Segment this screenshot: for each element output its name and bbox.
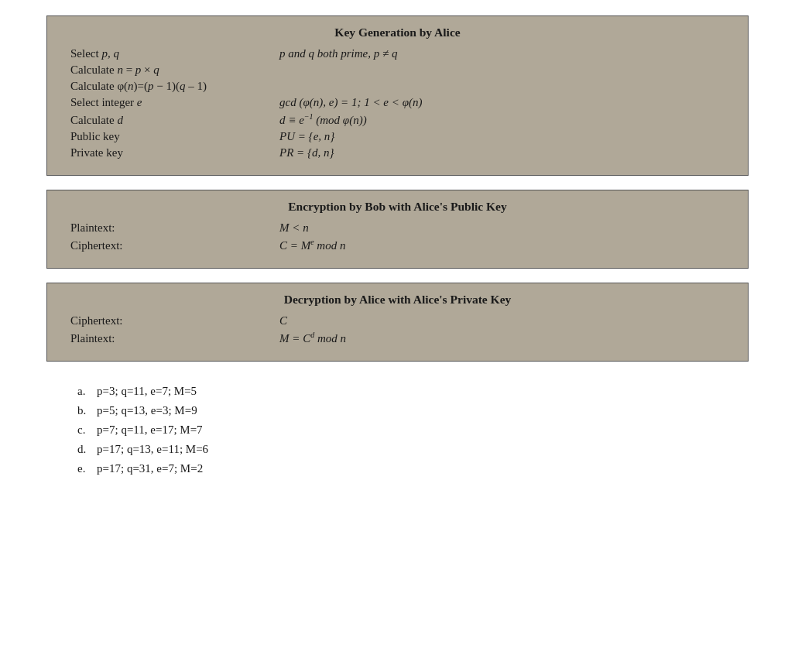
- key-gen-row-4: Select integer e gcd (φ(n), e) = 1; 1 < …: [63, 96, 732, 109]
- key-gen-left-1: Select p, q: [63, 47, 279, 60]
- key-gen-row-7: Private key PR = {d, n}: [63, 146, 732, 159]
- problem-label-b: b.: [77, 404, 97, 417]
- encryption-title: Encryption by Bob with Alice's Public Ke…: [63, 200, 732, 214]
- problem-item-a: a. p=3; q=11, e=7; M=5: [77, 385, 749, 398]
- decryption-right-1: C: [279, 314, 732, 327]
- key-gen-left-4: Select integer e: [63, 96, 279, 109]
- decryption-box: Decryption by Alice with Alice's Private…: [46, 283, 749, 362]
- key-gen-full-3: Calculate φ(n)=(p − 1)(q – 1): [63, 80, 207, 93]
- key-gen-row-3: Calculate φ(n)=(p − 1)(q – 1): [63, 80, 732, 93]
- problem-label-c: c.: [77, 423, 97, 437]
- decryption-title: Decryption by Alice with Alice's Private…: [63, 293, 732, 307]
- problem-label-e: e.: [77, 462, 97, 475]
- decryption-row-2: Plaintext: M = Cd mod n: [63, 331, 732, 345]
- key-generation-title: Key Generation by Alice: [63, 26, 732, 39]
- encryption-left-2: Ciphertext:: [63, 239, 279, 252]
- key-gen-row-1: Select p, q p and q both prime, p ≠ q: [63, 47, 732, 60]
- problem-item-d: d. p=17; q=13, e=11; M=6: [77, 443, 749, 456]
- key-gen-row-2: Calculate n = p × q: [63, 63, 732, 77]
- problem-value-d: p=17; q=13, e=11; M=6: [97, 443, 208, 456]
- encryption-right-2: C = Me mod n: [279, 238, 732, 252]
- problem-item-c: c. p=7; q=11, e=17; M=7: [77, 423, 749, 437]
- decryption-row-1: Ciphertext: C: [63, 314, 732, 327]
- problem-value-e: p=17; q=31, e=7; M=2: [97, 462, 203, 475]
- decryption-right-2: M = Cd mod n: [279, 331, 732, 345]
- problem-label-d: d.: [77, 443, 97, 456]
- key-gen-right-4: gcd (φ(n), e) = 1; 1 < e < φ(n): [279, 96, 732, 109]
- problem-list: a. p=3; q=11, e=7; M=5 b. p=5; q=13, e=3…: [46, 385, 749, 475]
- key-gen-left-7: Private key: [63, 146, 279, 159]
- problem-value-b: p=5; q=13, e=3; M=9: [97, 404, 197, 417]
- key-gen-row-5: Calculate d d ≡ e−1 (mod φ(n)): [63, 112, 732, 127]
- problem-value-c: p=7; q=11, e=17; M=7: [97, 423, 203, 437]
- key-gen-left-6: Public key: [63, 130, 279, 143]
- key-gen-full-2: Calculate n = p × q: [63, 63, 159, 77]
- encryption-left-1: Plaintext:: [63, 221, 279, 235]
- problem-value-a: p=3; q=11, e=7; M=5: [97, 385, 197, 398]
- problem-item-b: b. p=5; q=13, e=3; M=9: [77, 404, 749, 417]
- encryption-row-2: Ciphertext: C = Me mod n: [63, 238, 732, 252]
- encryption-right-1: M < n: [279, 221, 732, 235]
- decryption-left-2: Plaintext:: [63, 332, 279, 345]
- key-gen-right-7: PR = {d, n}: [279, 146, 732, 159]
- problem-label-a: a.: [77, 385, 97, 398]
- decryption-left-1: Ciphertext:: [63, 314, 279, 327]
- problem-item-e: e. p=17; q=31, e=7; M=2: [77, 462, 749, 475]
- key-gen-right-5: d ≡ e−1 (mod φ(n)): [279, 112, 732, 127]
- key-gen-right-6: PU = {e, n}: [279, 130, 732, 143]
- key-gen-row-6: Public key PU = {e, n}: [63, 130, 732, 143]
- key-generation-box: Key Generation by Alice Select p, q p an…: [46, 15, 749, 176]
- encryption-box: Encryption by Bob with Alice's Public Ke…: [46, 190, 749, 269]
- key-gen-right-1: p and q both prime, p ≠ q: [279, 47, 732, 60]
- key-gen-left-5: Calculate d: [63, 114, 279, 127]
- encryption-row-1: Plaintext: M < n: [63, 221, 732, 235]
